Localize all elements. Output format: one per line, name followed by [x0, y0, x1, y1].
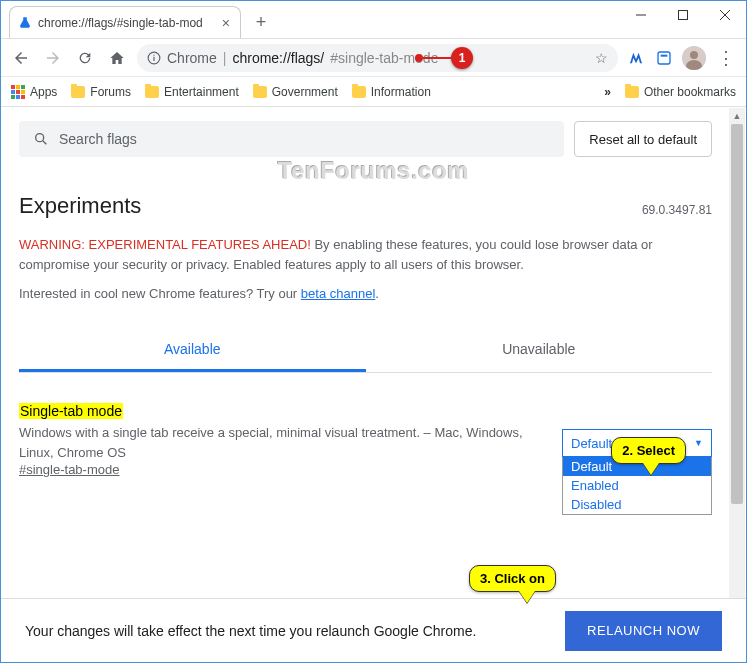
profile-avatar[interactable]	[682, 46, 706, 70]
beta-channel-line: Interested in cool new Chrome features? …	[19, 286, 712, 301]
svg-point-6	[153, 54, 154, 55]
reload-button[interactable]	[73, 46, 97, 70]
version-label: 69.0.3497.81	[642, 203, 712, 217]
relaunch-button[interactable]: RELAUNCH NOW	[565, 611, 722, 651]
flag-hash-link[interactable]: #single-tab-mode	[19, 462, 119, 477]
experiments-warning: WARNING: EXPERIMENTAL FEATURES AHEAD! By…	[19, 235, 712, 274]
forward-button[interactable]	[41, 46, 65, 70]
flag-tabs: Available Unavailable	[19, 329, 712, 373]
titlebar: chrome://flags/#single-tab-mod × +	[1, 1, 746, 39]
flask-icon	[18, 16, 32, 30]
reset-all-button[interactable]: Reset all to default	[574, 121, 712, 157]
menu-button[interactable]: ⋮	[714, 47, 738, 69]
annotation-step-3: 3. Click on	[469, 565, 556, 592]
svg-point-10	[690, 51, 698, 59]
bookmark-star-icon[interactable]: ☆	[595, 50, 608, 66]
page-content: Search flags Reset all to default Experi…	[1, 107, 746, 477]
folder-icon	[145, 86, 159, 98]
svg-point-12	[36, 134, 44, 142]
annotation-step-2: 2. Select	[611, 437, 686, 464]
folder-icon	[253, 86, 267, 98]
apps-label: Apps	[30, 85, 57, 99]
apps-shortcut[interactable]: Apps	[11, 85, 57, 99]
other-bookmarks[interactable]: Other bookmarks	[625, 85, 736, 99]
toolbar: Chrome | chrome://flags/#single-tab-mode…	[1, 39, 746, 77]
folder-icon	[352, 86, 366, 98]
browser-tab[interactable]: chrome://flags/#single-tab-mod ×	[9, 6, 241, 38]
bookmark-folder[interactable]: Entertainment	[145, 85, 239, 99]
url-path: chrome://flags/	[232, 50, 324, 66]
bookmarks-overflow[interactable]: »	[604, 85, 611, 99]
search-icon	[33, 131, 49, 147]
info-icon	[147, 51, 161, 65]
search-flags-input[interactable]: Search flags	[19, 121, 564, 157]
relaunch-message: Your changes will take effect the next t…	[25, 623, 476, 639]
bookmarks-bar: Apps Forums Entertainment Government Inf…	[1, 77, 746, 107]
select-value: Default	[571, 436, 612, 451]
tab-title: chrome://flags/#single-tab-mod	[38, 16, 216, 30]
chevron-down-icon: ▼	[694, 438, 703, 448]
annotation-step-1: 1	[451, 47, 473, 69]
page-title: Experiments	[19, 193, 712, 219]
new-tab-button[interactable]: +	[247, 8, 275, 36]
scroll-up-arrow[interactable]: ▲	[729, 108, 745, 124]
minimize-button[interactable]	[620, 1, 662, 29]
folder-icon	[71, 86, 85, 98]
search-placeholder: Search flags	[59, 131, 137, 147]
home-button[interactable]	[105, 46, 129, 70]
svg-line-13	[43, 141, 46, 144]
svg-rect-8	[661, 54, 668, 56]
scrollbar-thumb[interactable]	[731, 124, 743, 504]
window-controls	[620, 1, 746, 29]
option-enabled[interactable]: Enabled	[563, 476, 711, 495]
extension-edge-icon[interactable]	[654, 48, 674, 68]
beta-channel-link[interactable]: beta channel	[301, 286, 375, 301]
svg-rect-1	[679, 11, 688, 20]
extension-malwarebytes-icon[interactable]	[626, 48, 646, 68]
tab-unavailable[interactable]: Unavailable	[366, 329, 713, 372]
bookmark-folder[interactable]: Forums	[71, 85, 131, 99]
option-disabled[interactable]: Disabled	[563, 495, 711, 514]
annotation-line-1	[419, 57, 451, 59]
apps-icon	[11, 85, 25, 99]
address-bar[interactable]: Chrome | chrome://flags/#single-tab-mode…	[137, 44, 618, 72]
flag-title: Single-tab mode	[19, 403, 123, 419]
close-tab-icon[interactable]: ×	[222, 15, 230, 31]
flag-single-tab-mode: Single-tab mode Windows with a single ta…	[19, 403, 712, 477]
warning-heading: WARNING: EXPERIMENTAL FEATURES AHEAD!	[19, 237, 311, 252]
flag-state-dropdown: Default Enabled Disabled	[562, 457, 712, 515]
svg-rect-7	[658, 52, 670, 64]
vertical-scrollbar[interactable]: ▲ ▼	[729, 108, 745, 661]
tab-available[interactable]: Available	[19, 329, 366, 372]
close-window-button[interactable]	[704, 1, 746, 29]
folder-icon	[625, 86, 639, 98]
annotation-dot-1	[415, 54, 423, 62]
relaunch-bar: Your changes will take effect the next t…	[1, 598, 746, 662]
maximize-button[interactable]	[662, 1, 704, 29]
bookmark-folder[interactable]: Government	[253, 85, 338, 99]
flag-description: Windows with a single tab receive a spec…	[19, 423, 559, 462]
back-button[interactable]	[9, 46, 33, 70]
url-scheme-label: Chrome	[167, 50, 217, 66]
bookmark-folder[interactable]: Information	[352, 85, 431, 99]
